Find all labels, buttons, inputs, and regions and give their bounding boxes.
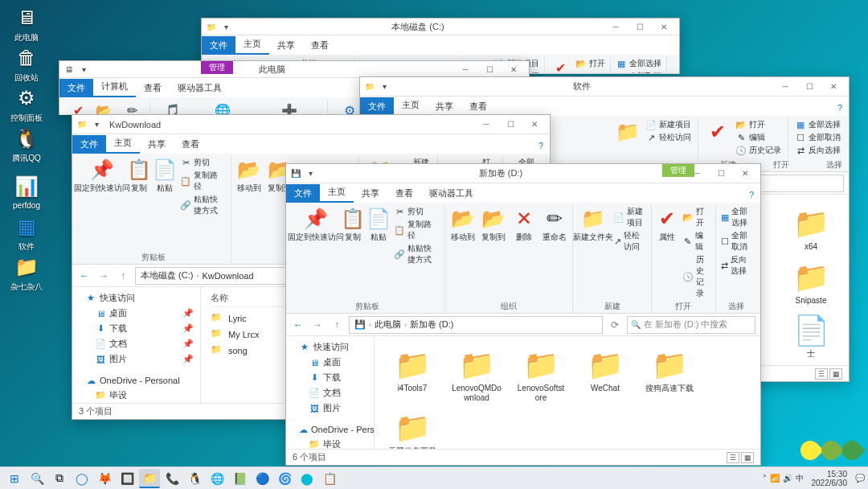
close-button[interactable]: ✕ [821, 79, 845, 95]
easy-access-button[interactable]: ↗轻松访问 [612, 229, 648, 253]
qat-dropdown-icon[interactable]: ▾ [90, 118, 103, 131]
grid-item[interactable]: 📁LenovoSoftstore [516, 349, 566, 402]
select-none-button[interactable]: ☐全部取消 [793, 131, 842, 144]
taskbar-app[interactable]: 📞 [162, 469, 182, 488]
forward-button[interactable]: → [310, 318, 325, 332]
properties-button[interactable]: ✔ [548, 57, 572, 74]
notifications-icon[interactable]: 💬 [855, 474, 865, 483]
up-button[interactable]: ↑ [330, 318, 344, 332]
grid-item[interactable]: 📁LenovoQMDownload [452, 349, 502, 402]
tab-file[interactable]: 文件 [202, 36, 235, 55]
minimize-button[interactable]: ─ [474, 117, 498, 133]
tab-view[interactable]: 查看 [303, 36, 337, 55]
file-grid[interactable]: 📁i4Tools7 📁LenovoQMDownload 📁LenovoSofts… [375, 336, 760, 449]
edit-button[interactable]: ✎编辑 [681, 229, 712, 253]
qat-dropdown-icon[interactable]: ▾ [77, 63, 90, 76]
tab-share[interactable]: 共享 [428, 97, 461, 116]
tray-chevron-icon[interactable]: ˄ [763, 474, 767, 483]
forward-button[interactable]: → [96, 269, 111, 283]
rename-button[interactable]: ✏重命名 [540, 205, 569, 244]
tab-share[interactable]: 共享 [269, 36, 303, 55]
taskbar-app[interactable]: 📋 [319, 469, 340, 488]
tab-view[interactable]: 查看 [174, 135, 207, 154]
tab-view[interactable]: 查看 [136, 79, 170, 97]
grid-item[interactable]: 📄士 [786, 314, 836, 359]
nav-desktop[interactable]: 🖥桌面📌 [72, 306, 200, 321]
help-icon[interactable]: ? [532, 138, 550, 154]
tray-ime-icon[interactable]: 中 [796, 473, 804, 484]
tab-computer[interactable]: 计算机 [93, 77, 136, 97]
nav-biye[interactable]: 📁毕设 [286, 437, 374, 449]
tab-file[interactable]: 文件 [286, 184, 320, 203]
desktop-icon-perfdog[interactable]: 📊perfdog [6, 174, 47, 210]
grid-item[interactable]: 📁Snipaste [786, 261, 836, 306]
open-dd-button[interactable]: 📂打开 [574, 57, 607, 70]
nav-documents[interactable]: 📄文档 [286, 385, 374, 401]
nav-desktop[interactable]: 🖥桌面 [286, 355, 374, 370]
tab-home[interactable]: 主页 [106, 134, 140, 154]
new-folder-button[interactable]: 📁新建文件夹 [576, 205, 610, 244]
window-ddrive[interactable]: 💾▾ 管理 新加卷 (D:) ─☐✕ 文件 主页 共享 查看 驱动器工具 ? 📌… [285, 163, 761, 466]
maximize-button[interactable]: ☐ [709, 166, 733, 182]
easy-access-button[interactable]: ↗轻松访问 [644, 131, 693, 144]
taskbar-app[interactable]: 🔲 [117, 469, 137, 488]
tab-file[interactable]: 文件 [72, 135, 106, 154]
grid-item[interactable]: 📁x64 [786, 208, 836, 252]
view-details-icon[interactable]: ☰ [727, 452, 739, 463]
close-button[interactable]: ✕ [522, 117, 547, 133]
tab-home[interactable]: 主页 [235, 35, 269, 55]
delete-button[interactable]: ✕删除 [510, 205, 538, 244]
close-button[interactable]: ✕ [733, 166, 757, 182]
qat-dropdown-icon[interactable]: ▾ [304, 167, 317, 180]
taskbar-app[interactable]: ⬤ [297, 469, 317, 488]
properties-button[interactable]: ✔ [703, 118, 732, 146]
maximize-button[interactable]: ☐ [628, 18, 652, 35]
minimize-button[interactable]: ─ [773, 79, 797, 95]
grid-item[interactable]: 📁天翼云盘下载 [387, 412, 437, 449]
leaf-widget[interactable] [800, 441, 862, 460]
maximize-button[interactable]: ☐ [498, 117, 522, 133]
paste-button[interactable]: 📄粘贴 [366, 205, 391, 244]
back-button[interactable]: ← [77, 269, 92, 283]
tab-view[interactable]: 查看 [387, 184, 421, 203]
tab-home[interactable]: 主页 [394, 96, 428, 116]
navigation-pane[interactable]: ★快速访问 🖥桌面📌 ⬇下载📌 📄文档📌 🖼图片📌 ☁OneDrive - Pe… [72, 287, 201, 403]
tab-file[interactable]: 文件 [360, 97, 394, 116]
select-all-button[interactable]: ▦全部选择 [719, 205, 754, 229]
copy-button[interactable]: 📋复制 [127, 156, 151, 195]
nav-quick-access[interactable]: ★快速访问 [286, 339, 374, 355]
history-button[interactable]: 🕓历史记录 [734, 144, 783, 157]
map-drive-button[interactable]: 🌐映射网络驱动器 [192, 100, 253, 115]
open-dd-button[interactable]: 📂打开 [681, 205, 712, 229]
search-input[interactable]: 在 新加卷 (D:) 中搜索 [627, 316, 755, 334]
desktop-icon-misc[interactable]: 📁杂七杂八 [6, 254, 47, 293]
start-button[interactable]: ⊞ [4, 469, 25, 488]
paste-button[interactable]: 📄粘贴 [153, 156, 177, 195]
tray-network-icon[interactable]: 📶 [770, 474, 780, 483]
select-all-button[interactable]: ▦全部选择 [793, 118, 842, 131]
copy-button[interactable]: 📋复制 [341, 205, 365, 244]
nav-pictures[interactable]: 🖼图片 [286, 401, 374, 416]
desktop-icon-control-panel[interactable]: ⚙控制面板 [6, 85, 47, 124]
cut-button[interactable]: ✂剪切 [178, 156, 227, 169]
taskbar-app[interactable]: 🔵 [252, 469, 272, 488]
tab-share[interactable]: 共享 [140, 135, 174, 154]
open-dd-button[interactable]: 📂打开 [734, 118, 783, 131]
desktop-icon-software[interactable]: ▦软件 [6, 214, 47, 253]
help-icon[interactable]: ? [743, 187, 760, 203]
grid-item[interactable]: 📁WeChat [580, 349, 630, 402]
nav-onedrive[interactable]: ☁OneDrive - Personal [72, 373, 200, 388]
tab-drive-tools[interactable]: 驱动器工具 [421, 184, 481, 203]
edit-button[interactable]: ✎编辑 [734, 131, 783, 144]
taskbar-qq[interactable]: 🐧 [184, 469, 205, 488]
tab-file[interactable]: 文件 [59, 79, 93, 97]
select-none-button[interactable]: ☐全部取消 [614, 70, 663, 74]
add-network-button[interactable]: ➕添加一个网络位置 [255, 100, 324, 115]
move-to-button[interactable]: 📂移动到 [448, 205, 477, 244]
close-button[interactable]: ✕ [502, 61, 526, 77]
minimize-button[interactable]: ─ [604, 18, 628, 35]
access-media-button[interactable]: 🎵访问媒体 [154, 100, 190, 115]
desktop-icon-qq[interactable]: 🐧腾讯QQ [6, 125, 47, 164]
qat-dropdown-icon[interactable]: ▾ [378, 80, 391, 93]
open-button[interactable]: 📂打开 [92, 100, 116, 115]
